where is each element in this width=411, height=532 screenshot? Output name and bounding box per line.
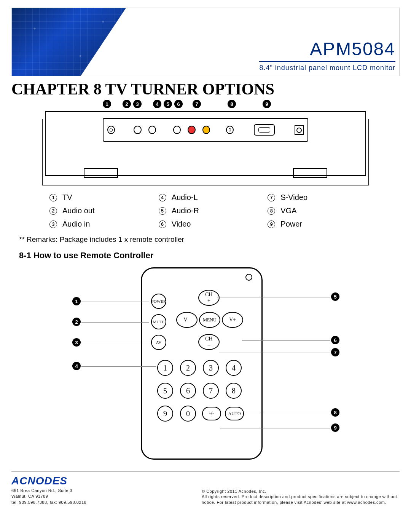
btn-av: AV [151, 335, 166, 350]
btn-0: 0 [180, 406, 196, 422]
remote-callout-2: 2 [72, 318, 81, 326]
rear-panel-callout-row: 1 2 3 4 5 6 7 8 9 [103, 100, 400, 108]
footer-left: ACNODES 661 Brea Canyon Rd., Suite 3 Wal… [11, 475, 86, 505]
vent-left [84, 168, 118, 178]
page-header: APM5084 8.4" industrial panel mount LCD … [11, 8, 400, 76]
btn-menu: MENU [199, 312, 220, 328]
addr-line: 661 Brea Canyon Rd., Suite 3 [11, 488, 86, 494]
remote-callout-1: 1 [72, 297, 81, 305]
legend-item: 2Audio out [49, 206, 143, 215]
model-number: APM5084 [259, 38, 395, 62]
btn-mute: MUTE [151, 314, 166, 329]
port-audio-r [188, 126, 195, 134]
btn-8: 8 [226, 383, 242, 399]
remote-callout-7: 7 [331, 348, 339, 356]
remote-callout-3: 3 [72, 338, 81, 347]
model-subtitle: 8.4" industrial panel mount LCD monitor [259, 64, 395, 72]
port-svideo [226, 126, 234, 134]
footer-legal: © Copyright 2011 Acnodes, Inc. All right… [202, 489, 400, 506]
callout-5: 5 [164, 100, 172, 108]
remote-callout-8: 8 [331, 408, 339, 417]
legend-label: Power [280, 220, 302, 228]
rear-panel-diagram [42, 111, 369, 185]
legal-text: All rights reserved. Product description… [202, 494, 400, 505]
addr-line: tel: 909.598.7388, fax: 909.598.0218 [11, 500, 86, 505]
legend-label: TV [62, 193, 72, 202]
legend-item: 6Video [159, 220, 253, 228]
btn-5: 5 [157, 383, 173, 399]
port-audio-l [173, 126, 181, 134]
remote-callout-4: 4 [72, 362, 81, 370]
legend-item: 7S-Video [268, 193, 362, 202]
chapter-title: CHAPTER 8 TV TURNER OPTIONS [11, 80, 400, 98]
legend-item: 8VGA [268, 206, 362, 215]
decorative-pcb-art [12, 8, 126, 76]
btn-auto: AUTO [225, 407, 244, 420]
btn-4: 4 [226, 360, 242, 376]
port-video [202, 126, 210, 134]
legend-label: VGA [280, 206, 296, 215]
remote-callout-6: 6 [331, 336, 339, 344]
btn-ch-dn: CH – [198, 334, 220, 350]
callout-8: 8 [228, 100, 236, 108]
btn-v-plus: V+ [222, 312, 243, 328]
callout-9: 9 [263, 100, 271, 108]
port-audio-in [148, 126, 156, 134]
legend-item: 1TV [49, 193, 143, 202]
remote-led [245, 274, 252, 281]
legend-item: 5Audio-R [159, 206, 253, 215]
legend-item: 9Power [268, 220, 362, 228]
remote-callout-9: 9 [331, 423, 339, 432]
remote-diagram: POWER MUTE AV CH + V– MENU V+ CH – 1 2 3… [34, 267, 377, 465]
legend-label: Audio in [62, 220, 90, 228]
remote-body: POWER MUTE AV CH + V– MENU V+ CH – 1 2 3… [141, 267, 263, 460]
port-vga [254, 124, 275, 136]
btn-v-minus: V– [176, 312, 198, 328]
vent-right [293, 168, 327, 178]
legend-label: Video [172, 220, 191, 228]
callout-4: 4 [153, 100, 161, 108]
btn-6: 6 [180, 383, 196, 399]
callout-6: 6 [174, 100, 183, 108]
btn-dash: -/- [202, 407, 221, 420]
btn-7: 7 [203, 383, 219, 399]
brand-logo: ACNODES [11, 475, 86, 487]
remote-callout-5: 5 [331, 292, 339, 301]
title-area: APM5084 8.4" industrial panel mount LCD … [259, 38, 395, 72]
remarks-text: ** Remarks: Package includes 1 x remote … [19, 235, 400, 244]
section-8-1-heading: 8-1 How to use Remote Controller [19, 251, 400, 260]
footer-address: 661 Brea Canyon Rd., Suite 3 Walnut, CA … [11, 488, 86, 505]
legend-label: Audio-L [172, 193, 198, 202]
legend-label: S-Video [280, 193, 307, 202]
legend-label: Audio out [62, 206, 95, 215]
btn-2: 2 [180, 360, 196, 376]
callout-2: 2 [123, 100, 131, 108]
legend-item: 3Audio in [49, 220, 143, 228]
callout-3: 3 [133, 100, 142, 108]
legend-item: 4Audio-L [159, 193, 253, 202]
port-power [295, 125, 304, 135]
port-legend: 1TV 4Audio-L 7S-Video 2Audio out 5Audio-… [49, 193, 362, 228]
page-footer: ACNODES 661 Brea Canyon Rd., Suite 3 Wal… [11, 471, 400, 505]
port-strip [103, 118, 308, 142]
btn-3: 3 [203, 360, 219, 376]
btn-power: POWER [151, 294, 166, 309]
copyright-line: © Copyright 2011 Acnodes, Inc. [202, 489, 400, 494]
port-tv [107, 126, 115, 134]
callout-7: 7 [193, 100, 201, 108]
callout-1: 1 [103, 100, 111, 108]
addr-line: Walnut, CA 91789 [11, 494, 86, 499]
btn-9: 9 [157, 406, 173, 422]
port-audio-out [134, 126, 141, 134]
btn-1: 1 [157, 360, 173, 376]
legend-label: Audio-R [172, 206, 199, 215]
btn-ch-up: CH + [198, 290, 220, 306]
